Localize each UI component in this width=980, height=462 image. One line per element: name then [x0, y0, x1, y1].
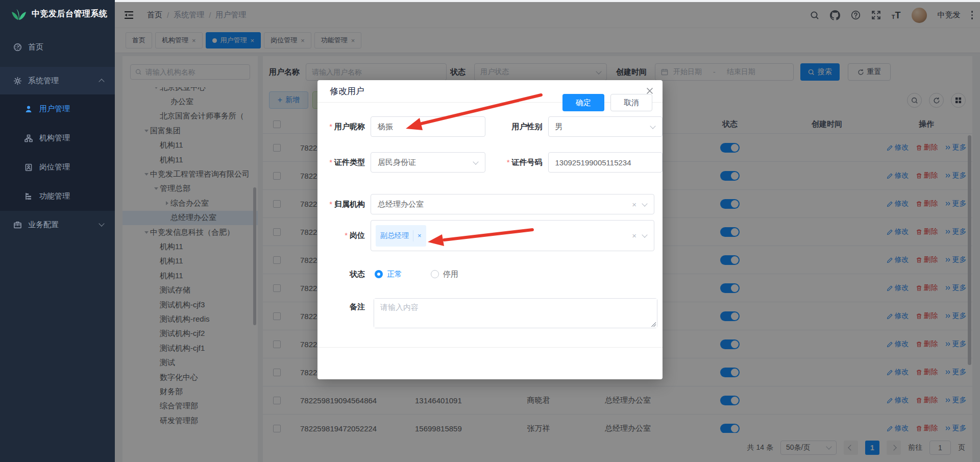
sidebar-item-label: 岗位管理: [39, 162, 70, 172]
post-multiselect[interactable]: 副总经理: [371, 220, 654, 251]
org-select[interactable]: 总经理办公室: [371, 194, 654, 214]
sidebar-item-label: 用户管理: [39, 104, 70, 114]
edit-user-dialog: 修改用户 用户昵称 用户性别 男 证件类型 居民身份证 证件号码: [317, 80, 663, 379]
sidebar-item-orgs[interactable]: 机构管理: [0, 124, 115, 153]
radio-normal-label[interactable]: 正常: [387, 270, 402, 279]
chevron-down-icon: [642, 201, 647, 206]
chevron-down-icon: [99, 221, 104, 226]
org-label: 归属机构: [317, 200, 371, 209]
idnumber-input[interactable]: [555, 158, 656, 167]
post-tag: 副总经理: [376, 225, 426, 247]
sidebar-item-business[interactable]: 业务配置: [0, 211, 115, 238]
dialog-footer-divider: [317, 347, 663, 348]
chevron-down-icon: [473, 159, 478, 164]
nickname-field: [371, 116, 485, 137]
idtype-select[interactable]: 居民身份证: [371, 152, 485, 173]
row-post: 岗位 副总经理: [317, 220, 663, 251]
sidebar-item-label: 首页: [28, 42, 43, 52]
sidebar-item-users[interactable]: 用户管理: [0, 94, 115, 124]
sidebar-item-features[interactable]: 功能管理: [0, 182, 115, 211]
user-icon: [24, 105, 33, 113]
page: 中竞发后台管理系统 首页 系统管理 用户管理: [0, 0, 980, 462]
sidebar-item-system[interactable]: 系统管理: [0, 67, 115, 94]
tag-divider: [413, 230, 413, 241]
chevron-up-icon: [99, 79, 104, 84]
row-org: 归属机构 总经理办公室: [317, 194, 663, 214]
tree-list-icon: [24, 192, 33, 201]
sidebar-item-posts[interactable]: 岗位管理: [0, 153, 115, 182]
idnumber-field: [548, 152, 663, 173]
confirm-button[interactable]: 确定: [562, 94, 604, 111]
tag-remove-icon[interactable]: [418, 232, 422, 239]
radio-normal[interactable]: [375, 270, 383, 278]
remark-field: [374, 298, 657, 328]
plant-logo-icon: [11, 8, 27, 21]
row-idtype-idnumber: 证件类型 居民身份证 证件号码: [317, 152, 663, 173]
sidebar-item-home[interactable]: 首页: [0, 33, 115, 61]
sidebar: 中竞发后台管理系统 首页 系统管理 用户管理: [0, 0, 115, 462]
radio-disabled[interactable]: [431, 270, 439, 278]
radio-disabled-label[interactable]: 停用: [443, 270, 458, 279]
gender-label: 用户性别: [499, 122, 548, 132]
app-logo-row: 中竞发后台管理系统: [0, 0, 115, 28]
sidebar-item-label: 功能管理: [39, 191, 70, 201]
idnumber-label: 证件号码: [499, 158, 548, 167]
sidebar-submenu-system: 用户管理 机构管理 岗位管理 功能管理: [0, 94, 115, 211]
app-title: 中竞发后台管理系统: [32, 9, 108, 19]
dashboard-icon: [13, 43, 22, 52]
sidebar-item-label: 业务配置: [28, 220, 59, 230]
sidebar-item-label: 系统管理: [28, 76, 59, 86]
row-nickname-gender: 用户昵称 用户性别 男: [317, 116, 663, 137]
post-label: 岗位: [317, 231, 371, 240]
nickname-label: 用户昵称: [317, 122, 371, 132]
org-tree-icon: [24, 134, 33, 142]
gear-icon: [13, 77, 22, 85]
dialog-title: 修改用户: [330, 85, 364, 97]
status-label: 状态: [317, 270, 371, 279]
sidebar-item-label: 机构管理: [39, 133, 70, 143]
row-status: 状态 正常 停用: [317, 267, 663, 281]
clear-icon[interactable]: [632, 201, 636, 208]
row-remark-label: 备注: [317, 298, 371, 328]
badge-icon: [24, 163, 33, 172]
briefcase-icon: [13, 221, 22, 229]
cancel-button[interactable]: 取消: [610, 94, 652, 111]
resize-handle[interactable]: [651, 322, 656, 327]
remark-textarea[interactable]: [374, 299, 657, 328]
remark-label: 备注: [317, 302, 371, 312]
clear-icon[interactable]: [632, 232, 636, 239]
close-icon[interactable]: [646, 87, 653, 94]
nickname-input[interactable]: [378, 123, 478, 131]
chevron-down-icon: [642, 232, 647, 237]
gender-select[interactable]: 男: [548, 116, 663, 137]
idtype-label: 证件类型: [317, 158, 371, 167]
chevron-down-icon: [650, 123, 655, 129]
